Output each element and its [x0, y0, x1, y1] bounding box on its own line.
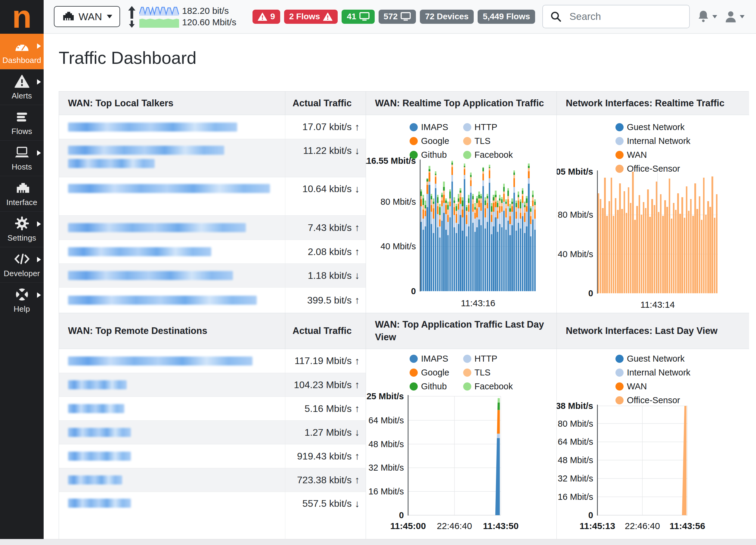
badge-72-devices[interactable]: 72 Devices [420, 10, 474, 24]
status-badges: 92 Flows4157272 Devices5,449 Flows [253, 10, 535, 24]
svg-text:95.38 Mbit/s: 95.38 Mbit/s [557, 401, 593, 411]
svg-text:64 Mbit/s: 64 Mbit/s [368, 416, 404, 425]
arrow-up-icon: ↑ [355, 474, 360, 486]
redacted-host-name [68, 159, 155, 168]
ifaces-day-svg: 95.38 Mbit/s80 Mbit/s64 Mbit/s48 Mbit/s3… [557, 349, 749, 540]
chevron-right-icon [37, 221, 41, 227]
traffic-value: 104.23 Mbit/s [294, 379, 352, 391]
traffic-value: 11.22 kbit/s [303, 145, 352, 156]
actual-traffic-value: 7.43 kbit/s↑ [285, 215, 366, 240]
interface-selector-label: WAN [79, 11, 102, 23]
user-menu[interactable] [724, 10, 745, 23]
badge-5-449-flows[interactable]: 5,449 Flows [478, 10, 535, 24]
host-name-link-redacted[interactable] [59, 115, 285, 139]
badge-label: 2 Flows [289, 12, 320, 21]
badge-41[interactable]: 41 [342, 10, 374, 24]
code-icon [14, 251, 30, 266]
sidebar-item-help[interactable]: Help [0, 283, 44, 318]
throughput-down: 120.60 Mbit/s [182, 17, 236, 28]
table-row: 10.64 kbit/s↓ [59, 177, 366, 215]
table-row: 723.38 kbit/s↑ [59, 468, 366, 492]
actual-traffic-value: 104.23 Mbit/s↑ [285, 373, 366, 397]
badge-572[interactable]: 572 [379, 10, 416, 24]
host-name-link-redacted[interactable] [59, 264, 285, 287]
panel-top-local-talkers: WAN: Top Local Talkers Actual Traffic 17… [59, 91, 366, 313]
panel-header: WAN: Top Local Talkers Actual Traffic [59, 91, 366, 115]
interface-selector-button[interactable]: WAN [54, 6, 120, 27]
window-bottom-strip [0, 539, 756, 545]
svg-text:64 Mbit/s: 64 Mbit/s [558, 437, 593, 447]
search-input[interactable] [569, 5, 690, 28]
badge-2-flows[interactable]: 2 Flows [284, 10, 338, 24]
host-name-link-redacted[interactable] [59, 444, 285, 468]
updown-arrows-icon [127, 5, 136, 28]
redacted-host-name [68, 184, 270, 193]
svg-text:11:43:14: 11:43:14 [640, 300, 675, 310]
chevron-right-icon [37, 257, 41, 262]
ntopng-logo[interactable]: n [0, 0, 44, 34]
arrow-up-icon: ↑ [355, 403, 360, 414]
traffic-value: 919.43 kbit/s [297, 451, 352, 462]
host-name-link-redacted[interactable] [59, 468, 285, 492]
host-name-link-redacted[interactable] [59, 139, 285, 177]
realtime-app-traffic-chart: IMAPSHTTPGoogleTLSGithubFacebook116.55 M… [366, 115, 556, 313]
actual-traffic-value: 1.18 kbit/s↓ [285, 264, 366, 287]
svg-text:40 Mbit/s: 40 Mbit/s [558, 249, 593, 259]
actual-traffic-value: 557.5 kbit/s↓ [285, 492, 366, 540]
redacted-host-name [68, 296, 257, 305]
arrow-up-icon: ↑ [355, 451, 360, 462]
sidebar-item-interface[interactable]: Interface [0, 176, 44, 211]
sidebar-item-developer[interactable]: Developer [0, 247, 44, 283]
sidebar-item-label: Flows [11, 127, 32, 136]
arrow-up-icon: ↑ [355, 295, 360, 306]
badge-label: 41 [347, 12, 356, 21]
panel-realtime-interfaces: Network Interfaces: Realtime Traffic Gue… [556, 91, 749, 313]
realtime-apps-svg: 116.55 Mbit/s80 Mbit/s40 Mbit/s011:43:16 [366, 115, 556, 313]
redacted-host-name [68, 380, 127, 389]
redacted-host-name [68, 452, 131, 461]
arrow-down-icon: ↓ [355, 498, 360, 509]
arrow-down-icon: ↓ [355, 427, 360, 438]
table-row: 11.22 kbit/s↓ [59, 139, 366, 177]
host-name-link-redacted[interactable] [59, 177, 285, 215]
table-row: 104.23 Mbit/s↑ [59, 373, 366, 397]
host-name-link-redacted[interactable] [59, 373, 285, 397]
svg-text:32 Mbit/s: 32 Mbit/s [368, 463, 404, 472]
page-title: Traffic Dashboard [59, 48, 756, 68]
notifications-menu[interactable] [697, 10, 717, 23]
svg-text:48 Mbit/s: 48 Mbit/s [558, 455, 593, 465]
flows-icon [14, 109, 29, 124]
traffic-value: 10.64 kbit/s [302, 183, 352, 194]
host-name-link-redacted[interactable] [59, 215, 285, 240]
host-name-link-redacted[interactable] [59, 421, 285, 444]
traffic-value: 557.5 kbit/s [302, 498, 352, 509]
sidebar-item-hosts[interactable]: Hosts [0, 140, 44, 176]
host-name-link-redacted[interactable] [59, 240, 285, 263]
actual-traffic-value: 10.64 kbit/s↓ [285, 177, 366, 215]
host-name-link-redacted[interactable] [59, 492, 285, 540]
sidebar-item-flows[interactable]: Flows [0, 105, 44, 140]
redacted-host-name [68, 428, 131, 437]
host-name-link-redacted[interactable] [59, 349, 285, 373]
host-name-link-redacted[interactable] [59, 397, 285, 420]
panel-header: Network Interfaces: Realtime Traffic [557, 91, 749, 115]
interfaces-last-day-chart: Guest NetworkInternal NetworkWANOffice-S… [557, 349, 749, 540]
svg-text:22:46:40: 22:46:40 [625, 521, 660, 531]
table-row: 1.27 Mbit/s↓ [59, 420, 366, 444]
sidebar-item-alerts[interactable]: Alerts [0, 69, 44, 105]
svg-text:32 Mbit/s: 32 Mbit/s [558, 474, 593, 483]
badge-9[interactable]: 9 [253, 10, 280, 24]
svg-text:48 Mbit/s: 48 Mbit/s [368, 439, 404, 449]
ethernet-icon [62, 9, 74, 24]
redacted-host-name [68, 357, 253, 366]
laptop-icon [14, 145, 30, 160]
svg-text:16 Mbit/s: 16 Mbit/s [368, 487, 404, 496]
traffic-value: 5.16 Mbit/s [305, 403, 352, 414]
host-name-link-redacted[interactable] [59, 288, 285, 313]
chevron-right-icon [37, 150, 41, 156]
sidebar-item-settings[interactable]: Settings [0, 211, 44, 247]
sidebar-item-dashboard[interactable]: Dashboard [0, 34, 44, 69]
throughput-readout: 182.20 bit/s 120.60 Mbit/s [182, 5, 236, 28]
svg-text:0: 0 [399, 510, 404, 520]
panel-realtime-app-traffic: WAN: Realtime Top Application Traffic IM… [366, 91, 556, 313]
